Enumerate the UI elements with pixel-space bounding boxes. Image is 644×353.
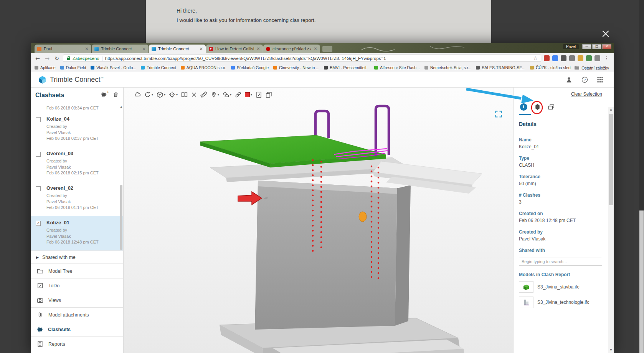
fullscreen-button[interactable] bbox=[495, 111, 502, 119]
outer-page-scrollbar[interactable] bbox=[639, 0, 644, 353]
sidebar-item-todo[interactable]: ToDo bbox=[31, 278, 123, 293]
extension-icon[interactable] bbox=[586, 55, 592, 61]
sidebar-scroll-up-icon[interactable]: ▲ bbox=[120, 105, 122, 109]
tab-close-icon[interactable]: × bbox=[142, 46, 146, 51]
clashset-item[interactable]: Overeni_02 Created by Pavel Vlasak Feb 0… bbox=[31, 181, 123, 216]
sidebar-item-reports[interactable]: Reports bbox=[31, 336, 123, 351]
help-icon[interactable]: ? bbox=[581, 76, 588, 83]
tab-close-icon[interactable]: × bbox=[85, 46, 89, 51]
sidebar-item-clashsets-active[interactable]: Clashsets bbox=[31, 322, 123, 336]
bookmark-favicon bbox=[324, 66, 328, 70]
chrome-profile-badge[interactable]: Pavel bbox=[563, 44, 579, 49]
window-maximize-button[interactable]: □ bbox=[592, 44, 601, 49]
tool-link[interactable] bbox=[235, 91, 241, 98]
other-bookmarks-button[interactable]: Ostatní záložky bbox=[571, 63, 614, 72]
extension-icon[interactable] bbox=[561, 55, 566, 61]
model-row[interactable]: S3_Jivina_stavba.ifc bbox=[519, 281, 602, 293]
bookmark-item[interactable]: AQUA PROCON s.r.o. bbox=[181, 65, 226, 70]
trimble-connect-logo[interactable]: Trimble Connect™ bbox=[38, 76, 103, 84]
extension-icon[interactable] bbox=[594, 55, 600, 61]
tab-close-icon[interactable]: × bbox=[256, 46, 260, 51]
clashset-checkbox-checked[interactable]: ✓ bbox=[36, 221, 41, 226]
tab-info-active[interactable]: i bbox=[519, 102, 528, 111]
tool-focus-target[interactable]: ▾ bbox=[169, 91, 178, 98]
tab-models[interactable] bbox=[547, 102, 556, 111]
bookmark-item[interactable]: SALES-TRAINING-SE... bbox=[476, 65, 525, 70]
reload-icon[interactable]: ↻ bbox=[53, 55, 60, 61]
tool-view-reset[interactable]: ▾ bbox=[144, 91, 153, 98]
clashset-item[interactable]: Overeni_03 Created by Pavel Vlasak Feb 0… bbox=[31, 147, 123, 181]
browser-menu-icon[interactable]: ⋮ bbox=[603, 55, 610, 61]
extension-icon[interactable] bbox=[578, 55, 583, 61]
clashset-checkbox[interactable] bbox=[36, 152, 41, 157]
dropdown-caret-icon: ▾ bbox=[152, 93, 153, 96]
browser-tab[interactable]: clearance překlad z ang... × bbox=[263, 45, 320, 53]
clashset-checkbox[interactable] bbox=[36, 117, 41, 122]
model-row[interactable]: S3_Jivina_technologie.ifc bbox=[519, 297, 602, 308]
field-created-by: Created by Pavel Vlasak bbox=[519, 229, 602, 242]
lightbox-close-icon[interactable] bbox=[601, 29, 610, 38]
tab-close-icon[interactable]: × bbox=[199, 46, 203, 51]
clashset-checkbox[interactable] bbox=[36, 186, 41, 191]
security-indicator[interactable]: Zabezpečeno bbox=[66, 56, 99, 61]
bookmark-item[interactable]: BMVI - Pressemitteil... bbox=[324, 65, 370, 70]
back-icon[interactable]: ← bbox=[34, 55, 41, 61]
sidebar-item-model-attachments[interactable]: Model attachments bbox=[31, 307, 123, 322]
browser-tab[interactable]: Paul × bbox=[35, 45, 91, 53]
browser-scrollbar[interactable]: ▲ ▼ bbox=[608, 107, 614, 353]
forward-icon[interactable]: → bbox=[44, 55, 51, 61]
sidebar-item-views[interactable]: Views bbox=[31, 293, 123, 307]
add-clashset-button[interactable]: + bbox=[101, 92, 107, 99]
tool-models-stack[interactable] bbox=[266, 91, 272, 98]
bookmark-item[interactable]: Trimble Connect bbox=[141, 65, 176, 70]
window-close-button[interactable]: × bbox=[602, 44, 611, 49]
url-omnibox[interactable]: Zabezpečeno | https://app.connect.trimbl… bbox=[63, 55, 541, 62]
tab-close-icon[interactable]: × bbox=[314, 46, 317, 51]
bookmark-item[interactable]: Překladač Google bbox=[231, 65, 269, 70]
tool-clash-check[interactable] bbox=[256, 91, 262, 98]
extension-icon[interactable] bbox=[544, 55, 550, 61]
clashset-item-selected[interactable]: ✓ Kolize_01 Created by Pavel Vlasak Feb … bbox=[31, 216, 123, 250]
browser-tab-active[interactable]: Trimble Connect × bbox=[149, 45, 206, 53]
tool-waypoint[interactable]: ▾ bbox=[211, 91, 219, 98]
tool-ghost-mode[interactable]: ▾ bbox=[157, 91, 165, 98]
app-launcher-grid-icon[interactable] bbox=[597, 77, 603, 83]
tool-markup-clouds[interactable]: ▾ bbox=[223, 91, 231, 98]
extension-icon[interactable] bbox=[569, 55, 575, 61]
bookmark-item[interactable]: Nemetschek Scia, s.r... bbox=[424, 65, 471, 70]
scrollbar-thumb[interactable] bbox=[609, 114, 613, 205]
browser-tab[interactable]: How to Detect Collision... × bbox=[206, 45, 263, 53]
scroll-down-icon[interactable]: ▼ bbox=[608, 347, 614, 353]
tool-measure[interactable] bbox=[200, 91, 207, 98]
bookmark-item[interactable]: Alfresco » Site Dash... bbox=[374, 65, 420, 70]
extension-icon[interactable] bbox=[552, 55, 558, 61]
app-header: Trimble Connect™ ? bbox=[31, 72, 614, 88]
bookmark-item[interactable]: Cineversity - New in ... bbox=[273, 65, 319, 70]
tool-markup-cloud[interactable] bbox=[134, 91, 141, 98]
3d-model-canvas[interactable] bbox=[124, 88, 513, 353]
delete-clashset-button[interactable] bbox=[113, 91, 119, 99]
outer-scrollbar-thumb[interactable] bbox=[639, 210, 644, 353]
bookmark-item[interactable]: Dalux Field bbox=[60, 65, 86, 70]
shared-with-search-input[interactable] bbox=[519, 257, 602, 266]
clashset-item[interactable]: Kolize_04 Created by Pavel Vlasak Feb 06… bbox=[31, 112, 123, 147]
bookmark-item[interactable]: Aplikace bbox=[35, 65, 56, 70]
sidebar-scrollbar-thumb[interactable] bbox=[120, 185, 122, 250]
browser-tab[interactable]: Trimble Connect × bbox=[92, 45, 149, 53]
field-label: Shared with bbox=[519, 248, 602, 253]
bookmark-star-icon[interactable]: ☆ bbox=[533, 55, 538, 61]
shared-with-me-row[interactable]: ▶ Shared with me bbox=[31, 250, 123, 264]
bookmark-label: Aplikace bbox=[40, 65, 56, 70]
sidebar-item-model-tree[interactable]: Model Tree bbox=[31, 264, 123, 278]
clashset-item-partial[interactable]: Feb 06 2018 03:34 pm CET bbox=[31, 103, 123, 112]
tool-split-view[interactable] bbox=[181, 91, 188, 98]
scroll-up-icon[interactable]: ▲ bbox=[608, 107, 614, 113]
tab-clash[interactable] bbox=[533, 102, 542, 111]
clear-selection-link[interactable]: Clear Selection bbox=[519, 91, 602, 97]
bookmark-item[interactable]: Vlasák Pavel - Outlo... bbox=[91, 65, 136, 70]
tool-close[interactable] bbox=[191, 92, 197, 98]
new-tab-button[interactable] bbox=[322, 46, 332, 52]
tool-markup-color[interactable]: ▾ bbox=[245, 92, 252, 97]
user-icon[interactable] bbox=[566, 76, 572, 83]
window-minimize-button[interactable]: — bbox=[582, 44, 591, 49]
